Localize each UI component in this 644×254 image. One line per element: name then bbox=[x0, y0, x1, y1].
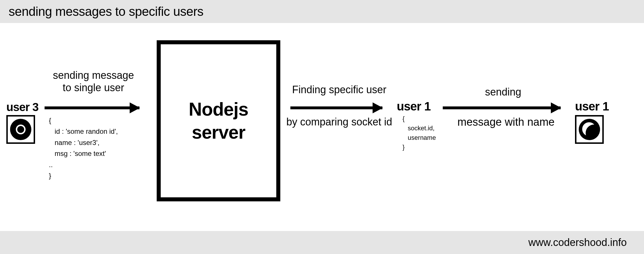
arrow3-label-below: message with name bbox=[443, 116, 569, 129]
user3-browser-box bbox=[6, 115, 35, 144]
chrome-icon bbox=[10, 119, 31, 140]
header-bar: sending messages to specific users bbox=[0, 0, 644, 23]
arrow1-payload: { id : 'some randon id', name : 'user3',… bbox=[49, 115, 118, 181]
user3-label: user 3 bbox=[6, 101, 39, 114]
server-box: Nodejs server bbox=[157, 40, 280, 201]
arrow2-label-below: by comparing socket id bbox=[282, 116, 397, 128]
arrow3 bbox=[443, 106, 561, 109]
footer-url: www.codershood.info bbox=[528, 236, 627, 249]
arrow1-label: sending message to single user bbox=[45, 69, 142, 94]
firefox-icon bbox=[579, 119, 600, 140]
server-line2: server bbox=[192, 122, 245, 143]
arrow3-label-above: sending bbox=[454, 86, 552, 98]
user1-right-label: user 1 bbox=[575, 100, 609, 113]
arrow1 bbox=[45, 106, 139, 109]
user1-left-label: user 1 bbox=[397, 100, 431, 113]
footer-bar: www.codershood.info bbox=[0, 231, 644, 254]
diagram-canvas: user 3 sending message to single user { … bbox=[0, 23, 644, 231]
arrow2 bbox=[290, 106, 382, 109]
arrow2-label-above: Finding specific user bbox=[288, 83, 391, 96]
user1-browser-box bbox=[575, 115, 604, 144]
arrow3-payload: { socket.id, username } bbox=[402, 114, 436, 152]
server-line1: Nodejs bbox=[189, 99, 248, 120]
page-title: sending messages to specific users bbox=[9, 4, 204, 19]
